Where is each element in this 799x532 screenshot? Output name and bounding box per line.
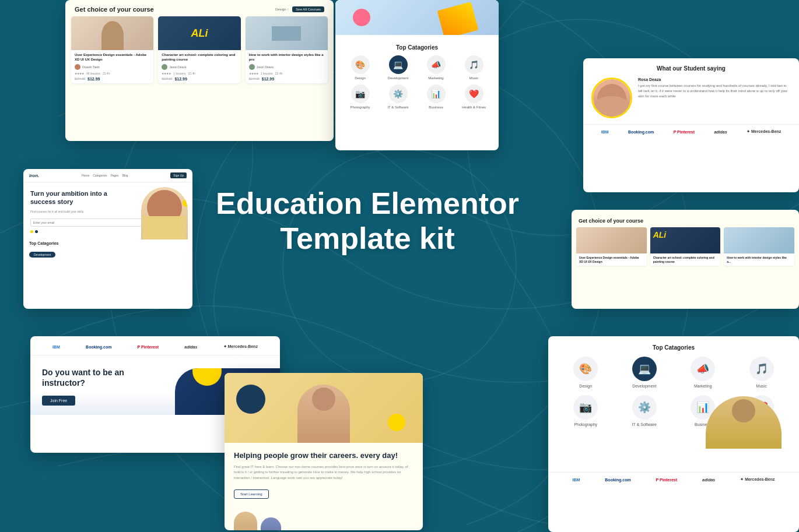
cat-icon-marketing: 📣 (427, 55, 446, 74)
hero-dot-2 (35, 230, 38, 233)
instructor-circle-yellow (192, 368, 222, 386)
helping-content: Helping people grow their careers. every… (225, 443, 423, 507)
cat-icon-development: 💻 (389, 55, 408, 74)
price-new-2: $12.99 (174, 77, 187, 81)
cat-item-development[interactable]: 💻 Development (381, 55, 415, 80)
avatar-shoulders (593, 96, 631, 117)
hero-email-input[interactable] (30, 219, 158, 227)
cat-label-it-software: IT & Software (387, 105, 408, 109)
top-center-circle-pink (353, 9, 370, 26)
cat-item-it-software[interactable]: ⚙️ IT & Software (381, 84, 415, 109)
big-cat-icon-design: 🎨 (573, 357, 598, 381)
bot-right-bottom (548, 434, 799, 472)
course-thumb-1 (71, 16, 153, 50)
bot-left-brand-ibm: IBM (52, 345, 60, 349)
big-cat-icon-development: 💻 (632, 357, 657, 381)
mini-course-card-1[interactable]: User Experience Design essentials - Adob… (576, 227, 647, 266)
mini-courses-row: User Experience Design essentials - Adob… (572, 227, 799, 266)
hero-person-image (141, 187, 188, 239)
nav-bar: Iron. Home Categories Pages Blog Sign Up (23, 169, 192, 182)
bot-right-brand-booking: Booking.com (605, 478, 630, 482)
brand-mercedes: ✦ Mercedes-Benz (747, 129, 781, 134)
bot-right-cats-title: Top Catagories (548, 336, 799, 357)
cat-icon-music: 🎵 (465, 55, 483, 74)
big-cat-it-software[interactable]: ⚙️ IT & Software (619, 395, 671, 427)
thumb-letters-2: ALi (191, 27, 208, 40)
course-duration-2: 1 lessons (173, 72, 185, 75)
nav-signup-button[interactable]: Sign Up (170, 172, 187, 178)
cat-icon-business: 📊 (427, 84, 446, 103)
course-hours-2: 22.4h (188, 72, 195, 75)
testimonial-text-block: Rosa Deaza I got my first course between… (638, 77, 791, 118)
mini-thumb-letters: ALi (650, 227, 721, 242)
mini-course-name-2: Character art school: complete coloring … (653, 256, 718, 263)
cat-item-business[interactable]: 📊 Business (419, 84, 453, 109)
cat-label-music: Music (469, 76, 479, 80)
testimonial-text: I got my first course between courses fo… (638, 83, 791, 99)
start-learning-button[interactable]: Start Learning (234, 489, 269, 499)
brand-booking: Booking.com (628, 130, 654, 134)
mini-course-name-1: User Experience Design essentials - Adob… (579, 256, 644, 263)
big-cat-label-photography: Photography (574, 422, 597, 427)
helping-person (297, 385, 350, 443)
nav-home[interactable]: Home (82, 174, 89, 177)
join-free-button[interactable]: Join Free (42, 396, 75, 406)
cat-label-marketing: Marketing (428, 76, 443, 80)
big-cat-icon-music: 🎵 (749, 357, 774, 381)
cat-item-design[interactable]: 🎨 Design (344, 55, 377, 80)
mini-course-name-3: How to work with interior design styles … (727, 256, 791, 263)
big-cat-development[interactable]: 💻 Development (619, 357, 671, 388)
hero-person-body (143, 216, 187, 239)
helping-person-2 (234, 512, 257, 530)
cat-item-health[interactable]: ❤️ Health & Fitnes (457, 84, 490, 109)
cat-icon-it-software: ⚙️ (389, 84, 408, 103)
course-card-2[interactable]: ALi Character art school: complete color… (158, 16, 240, 83)
helping-yellow-circle (388, 414, 405, 431)
panel-course-choice-mid-right: Get choice of your course User Experienc… (572, 210, 799, 309)
nav-pages[interactable]: Pages (110, 174, 118, 177)
bot-right-person-head (732, 399, 755, 422)
author-avatar-1 (75, 64, 80, 70)
testimonial-title: What our Student saying (583, 58, 799, 77)
cat-label-business: Business (429, 105, 443, 109)
course-hours-1: 22.4h (103, 72, 110, 75)
course-students-2: ★★★★ (162, 72, 171, 75)
mini-course-card-2[interactable]: ALi Character art school: complete color… (650, 227, 721, 266)
instructor-heading: Do you want to be an instructor? (42, 367, 159, 388)
course-thumb-3 (246, 16, 328, 50)
bot-right-brand-mercedes: ✦ Mercedes-Benz (740, 477, 775, 482)
helping-top (225, 373, 423, 443)
big-cat-marketing[interactable]: 📣 Marketing (677, 357, 729, 388)
panel-helping-bot-center: Helping people grow their careers. every… (225, 373, 423, 530)
mini-thumb-1 (576, 227, 647, 253)
nav-categories[interactable]: Categories (93, 174, 107, 177)
hero-yellow-dot (183, 199, 188, 207)
bot-left-brand-logos: IBM Booking.com P Pinterest adidas ✦ Mer… (30, 336, 280, 355)
course-name-1: User Experience Design essentials - Adob… (75, 53, 150, 62)
cat-icon-health: ❤️ (465, 84, 483, 103)
mini-course-card-3[interactable]: How to work with interior design styles … (724, 227, 794, 266)
course-name-2: Character art school: complete coloring … (162, 53, 237, 62)
course-card-1[interactable]: User Experience Design essentials - Adob… (71, 16, 153, 83)
panel-testimonial-top-right: What our Student saying Rosa Deaza I got… (583, 58, 799, 192)
avatar-face (593, 79, 630, 117)
cat-item-music[interactable]: 🎵 Music (457, 55, 490, 80)
mid-right-panel-header: Get choice of your course (572, 210, 799, 227)
big-cat-design[interactable]: 🎨 Design (560, 357, 612, 388)
nav-links: Home Categories Pages Blog (82, 174, 128, 177)
cat-item-marketing[interactable]: 📣 Marketing (419, 55, 453, 80)
course-name-3: How to work with interior design styles … (249, 53, 324, 62)
cat-item-photography[interactable]: 📷 Photography (344, 84, 377, 109)
big-cat-photography[interactable]: 📷 Photography (560, 395, 612, 427)
nav-blog[interactable]: Blog (122, 174, 128, 177)
see-all-courses-button[interactable]: See All Courses (292, 6, 324, 12)
testimonial-brand-logos: IBM Booking.com P Pinterest adidas ✦ Mer… (583, 124, 799, 140)
big-cat-icon-photography: 📷 (573, 395, 598, 420)
brand-pinterest: P Pinterest (674, 130, 695, 134)
mid-left-cat-pill[interactable]: Development (29, 252, 55, 258)
mid-left-cats-title: Top Catagories (29, 241, 187, 245)
panel-categories-bot-right: Top Catagories 🎨 Design 💻 Development 📣 … (548, 336, 799, 532)
big-cat-music[interactable]: 🎵 Music (736, 357, 788, 388)
course-card-3[interactable]: How to work with interior design styles … (246, 16, 328, 83)
author-avatar-3 (249, 64, 255, 70)
